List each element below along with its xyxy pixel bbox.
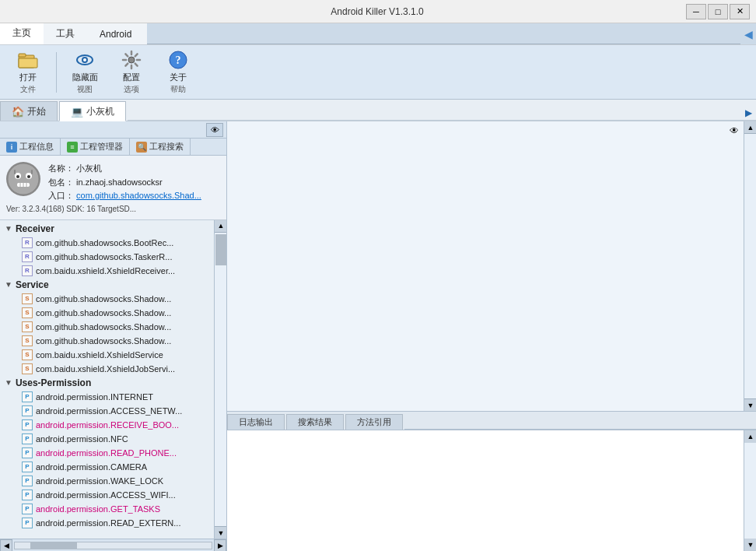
titlebar: Android Killer V1.3.1.0 ─ □ ✕ bbox=[0, 0, 756, 23]
panel-tab-info[interactable]: i 工程信息 bbox=[0, 139, 61, 155]
eye-icon bbox=[72, 49, 97, 71]
app-entry-value[interactable]: com.github.shadowsocks.Shad... bbox=[76, 191, 201, 200]
list-item[interactable]: P android.permission.READ_PHONE... bbox=[0, 446, 214, 460]
receiver-icon-2: R bbox=[22, 251, 33, 262]
bottom-vscrollbar[interactable]: ▲ ▼ bbox=[744, 430, 756, 551]
menu-item-zhuye[interactable]: 主页 bbox=[0, 23, 44, 44]
panel-tab-search[interactable]: 🔍 工程搜索 bbox=[130, 139, 191, 155]
svg-text:?: ? bbox=[176, 54, 181, 66]
bottom-scroll-down[interactable]: ▼ bbox=[744, 539, 756, 551]
perm-icon-8: P bbox=[22, 490, 33, 500]
list-item[interactable]: S com.github.shadowsocks.Shadow... bbox=[0, 292, 214, 306]
right-bottom-panel: 日志输出 搜索结果 方法引用 ▲ ▼ bbox=[227, 411, 756, 551]
tab-start[interactable]: 🏠 开始 bbox=[0, 101, 58, 121]
tree-vscrollbar[interactable]: ▲ ▼ bbox=[214, 220, 226, 539]
perm-item-8: android.permission.ACCESS_WIFI... bbox=[36, 490, 176, 500]
right-top-eye-button[interactable]: 👁 bbox=[726, 123, 742, 139]
list-item[interactable]: S com.github.shadowsocks.Shadow... bbox=[0, 306, 214, 320]
list-item[interactable]: P android.permission.NFC bbox=[0, 432, 214, 446]
right-vscrollbar[interactable]: ▲ ▼ bbox=[744, 121, 756, 411]
config-button[interactable]: 配置 选项 bbox=[110, 49, 153, 96]
panel-tab-manager[interactable]: ≡ 工程管理器 bbox=[61, 139, 130, 155]
config-sublabel: 选项 bbox=[124, 84, 139, 95]
list-item[interactable]: R com.baidu.xshield.XshieldReceiver... bbox=[0, 264, 214, 278]
hscroll-left-btn[interactable]: ◀ bbox=[0, 539, 12, 552]
about-button[interactable]: ? 关于 帮助 bbox=[156, 49, 200, 96]
list-item[interactable]: P android.permission.CAMERA bbox=[0, 460, 214, 474]
window-controls: ─ □ ✕ bbox=[686, 4, 750, 19]
bottom-scroll-track bbox=[744, 443, 756, 539]
svg-rect-26 bbox=[14, 170, 16, 174]
perm-item-10: android.permission.READ_EXTERN... bbox=[36, 518, 180, 528]
perm-icon-10: P bbox=[22, 518, 33, 528]
right-scroll-track bbox=[744, 134, 756, 398]
right-scroll-up[interactable]: ▲ bbox=[744, 121, 756, 134]
list-item[interactable]: S com.github.shadowsocks.Shadow... bbox=[0, 320, 214, 334]
maximize-button[interactable]: □ bbox=[708, 4, 728, 19]
about-label: 关于 bbox=[170, 72, 187, 82]
perm-icon-6: P bbox=[22, 462, 33, 472]
bottom-scroll-up[interactable]: ▲ bbox=[744, 430, 756, 443]
app-name-row: 名称： 小灰机 bbox=[48, 162, 201, 176]
hide-face-button[interactable]: 隐藏面 视图 bbox=[63, 49, 107, 96]
list-item[interactable]: S com.baidu.xshield.XshieldJobServi... bbox=[0, 362, 214, 376]
right-panel: ▲ ▼ 👁 日志输出 搜索结果 方法引用 ▲ ▼ bbox=[227, 121, 756, 551]
app-entry-label: 入口： bbox=[48, 191, 74, 200]
right-scroll-down[interactable]: ▼ bbox=[744, 398, 756, 411]
svg-rect-1 bbox=[19, 58, 37, 68]
tree-panel: ▼ Receiver R com.github.shadowsocks.Boot… bbox=[0, 220, 226, 539]
hscroll-right-btn[interactable]: ▶ bbox=[214, 539, 226, 552]
tab-right-arrow[interactable]: ▶ bbox=[740, 101, 756, 121]
list-item[interactable]: R com.github.shadowsocks.BootRec... bbox=[0, 236, 214, 250]
log-output-tab[interactable]: 日志输出 bbox=[227, 414, 285, 430]
svg-line-12 bbox=[135, 64, 138, 66]
toolbar: 打开 文件 隐藏面 视图 bbox=[0, 45, 756, 100]
search-results-tab[interactable]: 搜索结果 bbox=[286, 414, 344, 430]
list-item[interactable]: P android.permission.READ_EXTERN... bbox=[0, 516, 214, 530]
list-item[interactable]: P android.permission.ACCESS_NETW... bbox=[0, 404, 214, 418]
permission-collapse-icon: ▼ bbox=[5, 378, 12, 387]
panel-tab-search-label: 工程搜索 bbox=[149, 141, 184, 153]
list-item[interactable]: S com.github.shadowsocks.Shadow... bbox=[0, 334, 214, 348]
tree-scroll-down[interactable]: ▼ bbox=[215, 526, 226, 539]
right-top-editor: ▲ ▼ 👁 bbox=[227, 121, 756, 411]
list-item[interactable]: S com.baidu.xshield.XshieldService bbox=[0, 348, 214, 362]
left-panel: 👁 i 工程信息 ≡ 工程管理器 🔍 工程搜索 bbox=[0, 121, 227, 551]
menu-item-gongju[interactable]: 工具 bbox=[44, 23, 87, 44]
service-group[interactable]: ▼ Service bbox=[0, 278, 214, 292]
method-ref-tab[interactable]: 方法引用 bbox=[345, 414, 403, 430]
list-item[interactable]: R com.github.shadowsocks.TaskerR... bbox=[0, 250, 214, 264]
manager-tab-icon: ≡ bbox=[67, 142, 78, 153]
service-icon-5: S bbox=[22, 349, 33, 360]
tree-content[interactable]: ▼ Receiver R com.github.shadowsocks.Boot… bbox=[0, 220, 214, 539]
open-icon bbox=[16, 49, 40, 71]
hscroll-track bbox=[14, 542, 212, 549]
permission-group[interactable]: ▼ Uses-Permission bbox=[0, 376, 214, 390]
service-icon-4: S bbox=[22, 335, 33, 346]
perm-icon-1: P bbox=[22, 391, 33, 402]
svg-point-21 bbox=[27, 175, 30, 178]
list-item[interactable]: P android.permission.GET_TASKS bbox=[0, 502, 214, 516]
list-item[interactable]: P android.permission.WAKE_LOCK bbox=[0, 474, 214, 488]
app-info: 名称： 小灰机 包名： in.zhaoj.shadowsocksr 入口： co… bbox=[0, 156, 226, 220]
list-item[interactable]: P android.permission.INTERNET bbox=[0, 390, 214, 404]
minimize-button[interactable]: ─ bbox=[686, 4, 706, 19]
left-hscrollbar[interactable]: ◀ ▶ bbox=[0, 539, 226, 551]
receiver-item-3: com.baidu.xshield.XshieldReceiver... bbox=[36, 266, 175, 276]
tabbar-filler bbox=[128, 101, 740, 121]
service-collapse-icon: ▼ bbox=[5, 280, 12, 289]
perm-icon-3: P bbox=[22, 419, 33, 430]
perm-icon-7: P bbox=[22, 476, 33, 486]
service-group-label: Service bbox=[16, 279, 49, 290]
list-item[interactable]: P android.permission.ACCESS_WIFI... bbox=[0, 488, 214, 502]
tree-scroll-up[interactable]: ▲ bbox=[215, 220, 226, 233]
receiver-group[interactable]: ▼ Receiver bbox=[0, 222, 214, 236]
close-button[interactable]: ✕ bbox=[730, 4, 750, 19]
tab-xiaohui[interactable]: 💻 小灰机 bbox=[59, 101, 126, 121]
perm-item-5: android.permission.READ_PHONE... bbox=[36, 448, 177, 458]
list-item[interactable]: P android.permission.RECEIVE_BOO... bbox=[0, 418, 214, 432]
menu-item-android[interactable]: Android bbox=[87, 23, 144, 44]
panel-eye-toggle[interactable]: 👁 bbox=[206, 123, 223, 137]
open-button[interactable]: 打开 文件 bbox=[6, 49, 50, 96]
sidebar-toggle-right[interactable]: ◀ bbox=[740, 23, 756, 44]
